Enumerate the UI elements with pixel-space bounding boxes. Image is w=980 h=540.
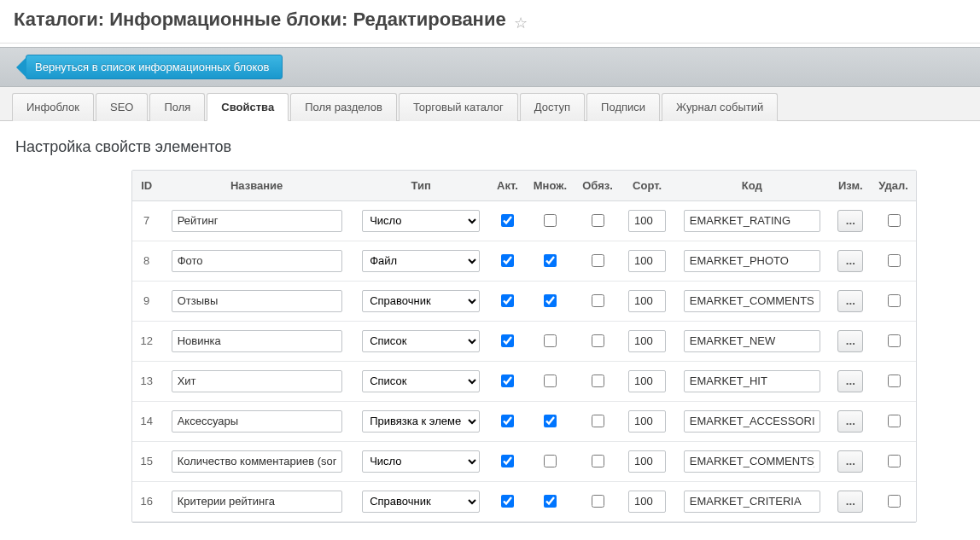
table-row: 13СтрокаЧислоФайлСправочникСписокПривязк… xyxy=(132,361,916,401)
edit-more-button[interactable]: ... xyxy=(837,210,863,232)
sort-input[interactable] xyxy=(628,250,666,272)
multiple-checkbox[interactable] xyxy=(544,375,557,387)
row-id: 7 xyxy=(132,200,160,241)
name-input[interactable] xyxy=(172,410,342,433)
col-header-active: Акт. xyxy=(489,171,525,201)
code-input[interactable] xyxy=(684,370,820,392)
type-select[interactable]: СтрокаЧислоФайлСправочникСписокПривязка … xyxy=(362,330,480,352)
name-input[interactable] xyxy=(172,250,342,272)
tab-3[interactable]: Свойства xyxy=(207,93,289,121)
sort-input[interactable] xyxy=(628,210,666,232)
row-id: 9 xyxy=(132,281,160,321)
table-row: 14СтрокаЧислоФайлСправочникСписокПривязк… xyxy=(132,401,916,441)
code-input[interactable] xyxy=(684,450,820,473)
edit-more-button[interactable]: ... xyxy=(837,410,863,433)
edit-more-button[interactable]: ... xyxy=(837,450,863,473)
sort-input[interactable] xyxy=(628,410,666,433)
delete-checkbox[interactable] xyxy=(888,214,901,227)
code-input[interactable] xyxy=(684,491,820,513)
edit-more-button[interactable]: ... xyxy=(837,290,863,312)
table-row: 15СтрокаЧислоФайлСправочникСписокПривязк… xyxy=(132,441,916,481)
back-button[interactable]: Вернуться в список информационных блоков xyxy=(26,55,283,79)
properties-table: ID Название Тип Акт. Множ. Обяз. Сорт. К… xyxy=(132,171,916,522)
favorite-star-icon[interactable]: ☆ xyxy=(514,14,528,32)
type-select[interactable]: СтрокаЧислоФайлСправочникСписокПривязка … xyxy=(362,370,480,392)
page-header: Каталоги: Информационные блоки: Редактир… xyxy=(0,0,980,44)
delete-checkbox[interactable] xyxy=(888,334,901,347)
active-checkbox[interactable] xyxy=(501,455,514,467)
edit-more-button[interactable]: ... xyxy=(837,491,863,513)
required-checkbox[interactable] xyxy=(592,294,604,307)
delete-checkbox[interactable] xyxy=(888,415,901,427)
type-select[interactable]: СтрокаЧислоФайлСправочникСписокПривязка … xyxy=(362,250,480,272)
required-checkbox[interactable] xyxy=(592,415,604,427)
code-input[interactable] xyxy=(684,210,820,232)
row-id: 8 xyxy=(132,241,160,281)
type-select[interactable]: СтрокаЧислоФайлСправочникСписокПривязка … xyxy=(362,290,480,312)
multiple-checkbox[interactable] xyxy=(544,495,557,508)
required-checkbox[interactable] xyxy=(592,254,604,267)
name-input[interactable] xyxy=(172,210,342,232)
delete-checkbox[interactable] xyxy=(888,254,901,267)
code-input[interactable] xyxy=(684,410,820,433)
multiple-checkbox[interactable] xyxy=(544,294,557,307)
active-checkbox[interactable] xyxy=(501,254,514,267)
active-checkbox[interactable] xyxy=(501,294,514,307)
active-checkbox[interactable] xyxy=(501,334,514,347)
row-id: 13 xyxy=(132,361,160,401)
tab-0[interactable]: Инфоблок xyxy=(12,93,94,121)
tab-5[interactable]: Торговый каталог xyxy=(399,93,518,121)
delete-checkbox[interactable] xyxy=(888,455,901,467)
tab-7[interactable]: Подписи xyxy=(586,93,660,121)
active-checkbox[interactable] xyxy=(501,495,514,508)
properties-table-wrap: ID Название Тип Акт. Множ. Обяз. Сорт. К… xyxy=(131,170,917,523)
type-select[interactable]: СтрокаЧислоФайлСправочникСписокПривязка … xyxy=(362,410,480,433)
type-select[interactable]: СтрокаЧислоФайлСправочникСписокПривязка … xyxy=(362,450,480,473)
name-input[interactable] xyxy=(172,370,342,392)
sort-input[interactable] xyxy=(628,330,666,352)
tab-6[interactable]: Доступ xyxy=(520,93,585,121)
row-id: 16 xyxy=(132,481,160,521)
edit-more-button[interactable]: ... xyxy=(837,250,863,272)
delete-checkbox[interactable] xyxy=(888,495,901,508)
required-checkbox[interactable] xyxy=(592,334,604,347)
section-title: Настройка свойств элементов xyxy=(15,138,968,156)
edit-more-button[interactable]: ... xyxy=(837,370,863,392)
name-input[interactable] xyxy=(172,450,342,473)
delete-checkbox[interactable] xyxy=(888,294,901,307)
edit-more-button[interactable]: ... xyxy=(837,330,863,352)
required-checkbox[interactable] xyxy=(592,455,604,467)
tab-8[interactable]: Журнал событий xyxy=(662,93,778,121)
multiple-checkbox[interactable] xyxy=(544,214,557,227)
table-row: 12СтрокаЧислоФайлСправочникСписокПривязк… xyxy=(132,321,916,361)
type-select[interactable]: СтрокаЧислоФайлСправочникСписокПривязка … xyxy=(362,491,480,513)
required-checkbox[interactable] xyxy=(592,495,604,508)
delete-checkbox[interactable] xyxy=(888,375,901,387)
multiple-checkbox[interactable] xyxy=(544,254,557,267)
table-row: 9СтрокаЧислоФайлСправочникСписокПривязка… xyxy=(132,281,916,321)
sort-input[interactable] xyxy=(628,290,666,312)
code-input[interactable] xyxy=(684,290,820,312)
active-checkbox[interactable] xyxy=(501,375,514,387)
tab-1[interactable]: SEO xyxy=(96,93,148,121)
col-header-code: Код xyxy=(674,171,830,201)
active-checkbox[interactable] xyxy=(501,415,514,427)
name-input[interactable] xyxy=(172,330,342,352)
sort-input[interactable] xyxy=(628,450,666,473)
type-select[interactable]: СтрокаЧислоФайлСправочникСписокПривязка … xyxy=(362,210,480,232)
code-input[interactable] xyxy=(684,250,820,272)
tab-4[interactable]: Поля разделов xyxy=(290,93,397,121)
required-checkbox[interactable] xyxy=(592,214,604,227)
multiple-checkbox[interactable] xyxy=(544,455,557,467)
sort-input[interactable] xyxy=(628,491,666,513)
required-checkbox[interactable] xyxy=(592,375,604,387)
name-input[interactable] xyxy=(172,491,342,513)
code-input[interactable] xyxy=(684,330,820,352)
col-header-multiple: Множ. xyxy=(526,171,575,201)
tab-2[interactable]: Поля xyxy=(149,93,205,121)
sort-input[interactable] xyxy=(628,370,666,392)
multiple-checkbox[interactable] xyxy=(544,415,557,427)
active-checkbox[interactable] xyxy=(501,214,514,227)
multiple-checkbox[interactable] xyxy=(544,334,557,347)
name-input[interactable] xyxy=(172,290,342,312)
